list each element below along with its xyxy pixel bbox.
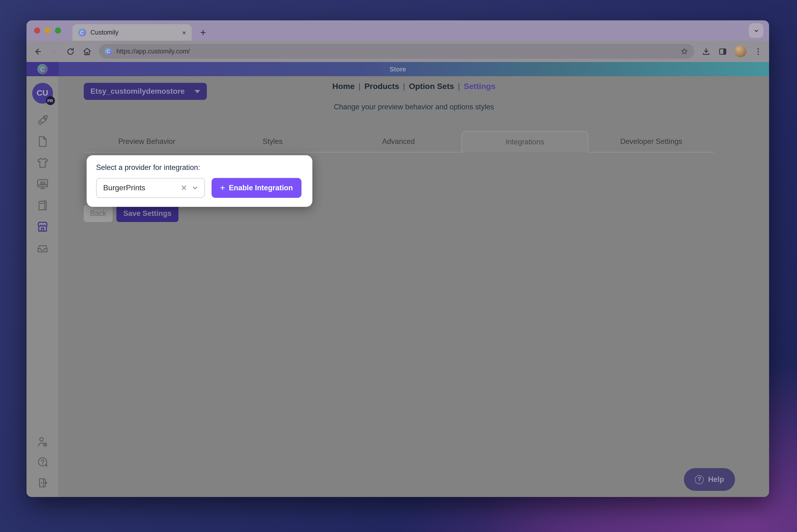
caret-down-icon (194, 90, 200, 93)
downloads-icon[interactable] (701, 46, 711, 56)
zoom-window-button[interactable] (55, 27, 61, 34)
browser-tab-strip: C Customily × + (26, 20, 769, 41)
file-icon[interactable] (36, 135, 49, 148)
clear-selection-icon[interactable]: ✕ (181, 184, 187, 192)
bookmark-star-icon[interactable] (680, 47, 689, 56)
browser-tab[interactable]: C Customily × (72, 24, 192, 41)
nav-settings[interactable]: Settings (464, 82, 495, 91)
app-viewport: C Store CU PR (26, 62, 769, 497)
help-bubble-icon[interactable] (36, 456, 49, 469)
nav-separator: | (403, 82, 405, 91)
desktop-background: C Customily × + C https://app.customily.… (0, 0, 797, 532)
nav-products[interactable]: Products (364, 82, 399, 91)
tab-styles[interactable]: Styles (210, 131, 336, 152)
account-settings-icon[interactable] (36, 435, 49, 449)
nav-home[interactable]: Home (332, 82, 355, 91)
sidebar-items (36, 114, 49, 255)
tab-search-button[interactable] (749, 23, 763, 38)
inbox-icon[interactable] (36, 241, 49, 255)
sidebar-footer (36, 435, 49, 489)
help-button[interactable]: ? Help (684, 468, 735, 491)
minimize-window-button[interactable] (44, 27, 51, 34)
customily-logo: C (37, 64, 48, 74)
browser-window: C Customily × + C https://app.customily.… (26, 20, 769, 497)
enable-integration-button[interactable]: + Enable Integration (212, 178, 301, 198)
chevron-down-icon (753, 27, 759, 34)
reload-icon[interactable] (66, 46, 75, 56)
browser-menu-icon[interactable] (754, 46, 763, 56)
logout-icon[interactable] (36, 476, 49, 489)
url-text[interactable]: https://app.customily.com/ (116, 48, 676, 55)
rocket-icon[interactable] (36, 114, 49, 127)
customily-favicon: C (78, 28, 86, 36)
nav-option-sets[interactable]: Option Sets (409, 82, 454, 91)
provider-select-value: BurgerPrints (103, 184, 177, 192)
catalog-icon[interactable] (36, 199, 49, 212)
question-circle-icon: ? (695, 475, 704, 484)
plus-icon: + (220, 183, 225, 193)
new-tab-button[interactable]: + (200, 27, 206, 37)
close-window-button[interactable] (34, 27, 40, 34)
logo-block: C (26, 62, 59, 76)
window-controls (34, 20, 61, 41)
store-topbar: C Store (26, 62, 769, 76)
settings-tabs: Preview Behavior Styles Advanced Integra… (84, 131, 714, 152)
profile-avatar[interactable] (735, 45, 746, 57)
provider-select[interactable]: BurgerPrints ✕ (96, 178, 205, 198)
integration-card: Select a provider for integration: Burge… (87, 155, 312, 207)
design-monitor-icon[interactable] (36, 177, 49, 191)
forward-icon[interactable] (49, 46, 59, 56)
nav-separator: | (359, 82, 361, 91)
back-icon[interactable] (33, 46, 42, 56)
select-chevron-icon[interactable] (191, 184, 199, 192)
page-subtitle: Change your preview behavior and options… (59, 103, 769, 111)
help-button-label: Help (708, 475, 724, 484)
home-icon[interactable] (82, 46, 92, 56)
nav-separator: | (458, 82, 460, 91)
tab-preview-behavior[interactable]: Preview Behavior (84, 131, 210, 152)
tab-close-icon[interactable]: × (182, 29, 186, 36)
tab-title: Customily (90, 29, 178, 36)
page-title: Store (59, 65, 737, 73)
store-avatar-initials: CU (36, 89, 48, 98)
store-avatar[interactable]: CU PR (32, 83, 53, 104)
store-selector-value: Etsy_customilydemostore (90, 87, 194, 96)
enable-integration-label: Enable Integration (229, 184, 293, 192)
store-icon[interactable] (36, 220, 49, 233)
tshirt-icon[interactable] (36, 156, 49, 169)
provider-label: Select a provider for integration: (96, 163, 303, 172)
tab-integrations[interactable]: Integrations (461, 131, 588, 152)
tab-developer-settings[interactable]: Developer Settings (588, 131, 714, 152)
side-panel-icon[interactable] (718, 46, 727, 56)
address-bar[interactable]: C https://app.customily.com/ (99, 44, 694, 59)
store-avatar-badge: PR (46, 96, 55, 105)
back-button[interactable]: Back (84, 205, 113, 222)
site-favicon: C (105, 48, 112, 55)
sidebar: CU PR (26, 76, 59, 497)
store-selector-dropdown[interactable]: Etsy_customilydemostore (84, 83, 207, 100)
browser-toolbar: C https://app.customily.com/ (26, 41, 769, 62)
save-settings-button[interactable]: Save Settings (116, 205, 178, 222)
tab-advanced[interactable]: Advanced (336, 131, 461, 152)
